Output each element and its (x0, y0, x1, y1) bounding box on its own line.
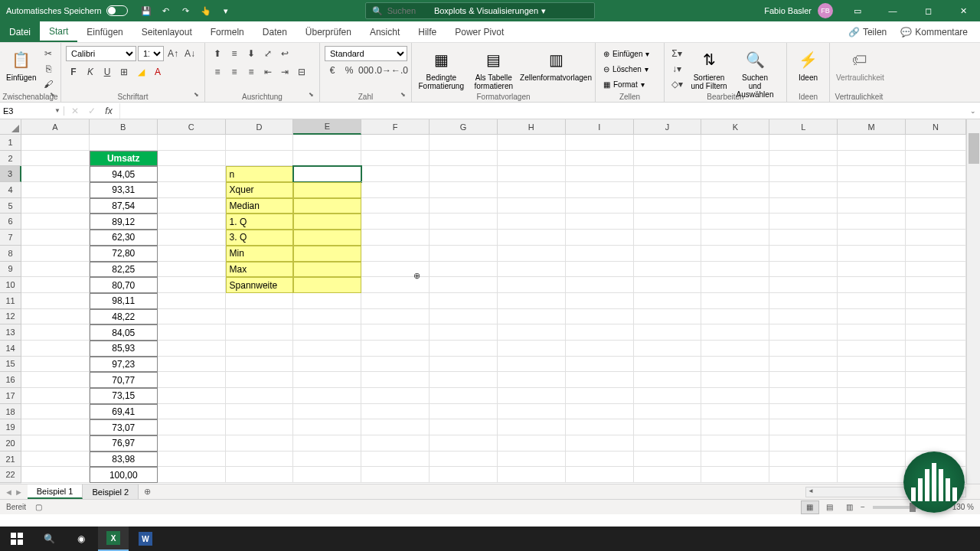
row-header-18[interactable]: 18 (0, 404, 21, 420)
cell-E11[interactable] (293, 293, 361, 309)
tab-formulas[interactable]: Formeln (201, 21, 253, 42)
cell-K3[interactable] (701, 166, 769, 182)
align-top-icon[interactable]: ⬆ (210, 46, 225, 61)
accept-formula-icon[interactable]: ✓ (84, 103, 100, 119)
cell-I12[interactable] (566, 309, 634, 325)
conditional-formatting-button[interactable]: ▦ Bedingte Formatierung (416, 46, 466, 92)
cell-L4[interactable] (769, 182, 838, 198)
ideas-button[interactable]: ⚡ Ideen (792, 46, 825, 83)
cell-B7[interactable]: 62,30 (90, 230, 158, 246)
cell-K9[interactable] (701, 262, 769, 278)
col-header-B[interactable]: B (90, 119, 158, 135)
cell-G17[interactable] (430, 388, 498, 404)
name-box[interactable]: E3 ▼ (0, 106, 64, 116)
word-taskbar-icon[interactable]: W (130, 527, 161, 551)
cell-K4[interactable] (701, 182, 769, 198)
cell-N4[interactable] (906, 182, 966, 198)
cell-K11[interactable] (701, 293, 769, 309)
cell-K17[interactable] (701, 388, 769, 404)
paste-button[interactable]: 📋 Einfügen (5, 46, 38, 83)
tab-home[interactable]: Start (40, 21, 77, 42)
cell-J3[interactable] (634, 166, 702, 182)
cell-M18[interactable] (838, 404, 906, 420)
cell-H12[interactable] (498, 309, 566, 325)
indent-increase-icon[interactable]: ⇥ (277, 64, 292, 80)
cell-J8[interactable] (634, 246, 702, 262)
fill-color-icon[interactable]: ◢ (133, 64, 149, 80)
cell-L18[interactable] (769, 404, 838, 420)
cell-K6[interactable] (701, 214, 769, 230)
cell-A21[interactable] (21, 452, 90, 468)
cell-G2[interactable] (430, 151, 498, 167)
tab-powerpivot[interactable]: Power Pivot (446, 21, 513, 42)
cell-K5[interactable] (701, 198, 769, 214)
cell-L2[interactable] (769, 151, 838, 167)
obs-icon[interactable]: ◉ (66, 527, 96, 551)
cell-L12[interactable] (769, 309, 838, 325)
cell-L7[interactable] (769, 230, 838, 246)
cell-H18[interactable] (498, 404, 566, 420)
cell-H11[interactable] (498, 293, 566, 309)
cell-I22[interactable] (566, 467, 634, 483)
cell-A10[interactable] (21, 277, 90, 293)
autosum-icon[interactable]: Σ▾ (669, 46, 684, 61)
cell-F14[interactable] (361, 341, 430, 357)
cell-N14[interactable] (906, 341, 966, 357)
redo-icon[interactable]: ↷ (177, 2, 195, 19)
cell-L3[interactable] (769, 166, 838, 182)
cell-J5[interactable] (634, 198, 702, 214)
cell-F19[interactable] (361, 419, 430, 435)
font-color-icon[interactable]: A (150, 64, 165, 80)
col-header-D[interactable]: D (226, 119, 294, 135)
col-header-L[interactable]: L (769, 119, 838, 135)
row-header-1[interactable]: 1 (0, 135, 21, 151)
cell-C22[interactable] (158, 467, 226, 483)
row-header-19[interactable]: 19 (0, 419, 21, 435)
cell-J12[interactable] (634, 309, 702, 325)
row-header-14[interactable]: 14 (0, 341, 21, 357)
cell-H15[interactable] (498, 357, 566, 373)
cell-M17[interactable] (838, 388, 906, 404)
cell-F17[interactable] (361, 388, 430, 404)
cell-H6[interactable] (498, 214, 566, 230)
cell-F22[interactable] (361, 467, 430, 483)
cell-J22[interactable] (634, 467, 702, 483)
page-break-view-icon[interactable]: ▥ (841, 500, 859, 514)
comma-icon[interactable]: 000 (358, 63, 374, 78)
cell-A8[interactable] (21, 246, 90, 262)
cell-F1[interactable] (361, 135, 430, 151)
cell-B20[interactable]: 76,97 (90, 435, 158, 452)
row-header-13[interactable]: 13 (0, 324, 21, 341)
cell-H13[interactable] (498, 324, 566, 341)
align-right-icon[interactable]: ≡ (243, 64, 259, 80)
row-header-15[interactable]: 15 (0, 357, 21, 373)
alignment-launcher-icon[interactable]: ⬊ (309, 91, 318, 100)
cell-I16[interactable] (566, 372, 634, 388)
cell-N2[interactable] (906, 151, 966, 167)
cell-L6[interactable] (769, 214, 838, 230)
cell-F10[interactable] (361, 277, 430, 293)
cell-M6[interactable] (838, 214, 906, 230)
cell-L19[interactable] (769, 419, 838, 435)
cell-L9[interactable] (769, 262, 838, 278)
cell-G14[interactable] (430, 341, 498, 357)
cell-K20[interactable] (701, 435, 769, 452)
cell-N18[interactable] (906, 404, 966, 420)
cell-H3[interactable] (498, 166, 566, 182)
cell-J10[interactable] (634, 277, 702, 293)
cell-F6[interactable] (361, 214, 430, 230)
cell-I1[interactable] (566, 135, 634, 151)
cell-D22[interactable] (226, 467, 294, 483)
wrap-text-icon[interactable]: ↩ (277, 46, 292, 61)
cell-I9[interactable] (566, 262, 634, 278)
row-header-10[interactable]: 10 (0, 277, 21, 293)
cell-C6[interactable] (158, 214, 226, 230)
cell-M21[interactable] (838, 452, 906, 468)
underline-icon[interactable]: U (100, 64, 115, 80)
decrease-font-icon[interactable]: A↓ (182, 46, 198, 61)
share-button[interactable]: 🔗 Teilen (842, 27, 893, 37)
cell-E19[interactable] (293, 419, 361, 435)
cell-G1[interactable] (430, 135, 498, 151)
cell-N16[interactable] (906, 372, 966, 388)
cell-L5[interactable] (769, 198, 838, 214)
